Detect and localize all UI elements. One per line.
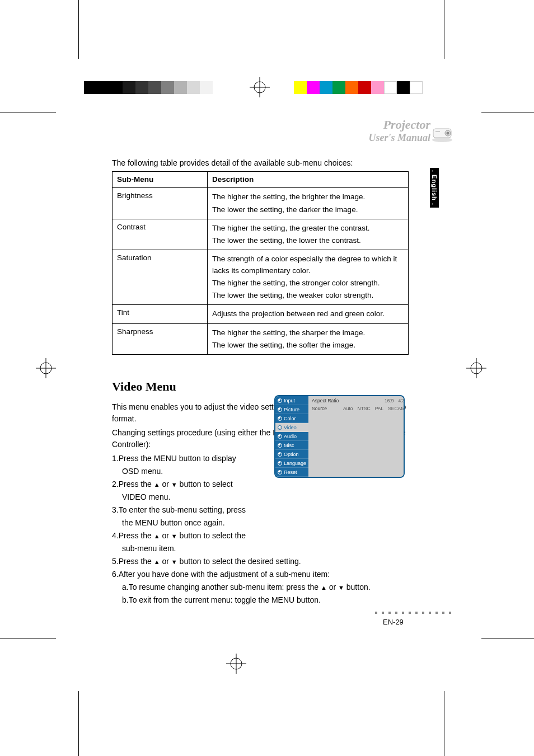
th-submenu: Sub-Menu bbox=[113, 172, 208, 188]
header-title: Projector bbox=[368, 118, 430, 132]
step-6a: a.To resume changing another sub-menu it… bbox=[112, 581, 409, 593]
registration-mark bbox=[36, 358, 56, 378]
cell-desc: The strength of a color especially the d… bbox=[208, 250, 409, 305]
th-description: Description bbox=[208, 172, 409, 188]
crop-mark bbox=[481, 112, 534, 112]
osd-panel-row: Aspect Ratio 16:9 4:3 bbox=[312, 398, 405, 403]
step-6b: b.To exit from the current menu: toggle … bbox=[112, 594, 409, 606]
footer-dots bbox=[375, 612, 451, 614]
step-6: 6.After you have done with the adjustmen… bbox=[112, 569, 409, 580]
step-2: 2.Press the ▲ or ▼ button to select bbox=[112, 478, 274, 490]
crop-mark bbox=[78, 0, 79, 59]
intro-text: The following table provides detail of t… bbox=[112, 157, 409, 169]
table-row: Contrast The higher the setting, the gre… bbox=[113, 219, 409, 250]
step-1: 1.Press the MENU button to display bbox=[112, 453, 274, 464]
osd-menu-item: Reset bbox=[275, 468, 308, 477]
up-arrow-icon: ▲ bbox=[154, 481, 160, 488]
osd-menu-item: Audio bbox=[275, 432, 308, 441]
step-4: 4.Press the ▲ or ▼ button to select the bbox=[112, 530, 274, 542]
osd-menu-item: Input bbox=[275, 396, 308, 405]
table-row: Tint Adjusts the projection between red … bbox=[113, 305, 409, 323]
cell-sub: Contrast bbox=[113, 219, 208, 250]
registration-mark bbox=[466, 358, 486, 378]
cell-sub: Sharpness bbox=[113, 323, 208, 355]
cell-sub: Saturation bbox=[113, 250, 208, 305]
table-row: Sharpness The higher the setting, the sh… bbox=[113, 323, 409, 355]
cell-desc: Adjusts the projection between red and g… bbox=[208, 305, 409, 323]
cell-sub: Tint bbox=[113, 305, 208, 323]
osd-menu-item: Misc bbox=[275, 441, 308, 450]
osd-menu: Input Picture Color Video Audio Misc Opt… bbox=[275, 396, 308, 477]
crop-mark bbox=[481, 638, 534, 638]
crop-mark bbox=[444, 691, 444, 756]
crop-mark bbox=[0, 112, 56, 112]
header-subtitle: User's Manual bbox=[368, 132, 430, 144]
crop-mark bbox=[0, 638, 56, 638]
svg-rect-16 bbox=[435, 131, 440, 132]
table-row: Brightness The higher the setting, the b… bbox=[113, 188, 409, 219]
step-5: 5.Press the ▲ or ▼ button to select the … bbox=[112, 556, 409, 567]
svg-point-15 bbox=[447, 132, 449, 135]
color-swatches bbox=[294, 81, 423, 94]
up-arrow-icon: ▲ bbox=[321, 584, 327, 591]
osd-panel: Aspect Ratio 16:9 4:3 Source Auto NTSC P… bbox=[308, 396, 405, 477]
cell-desc: The higher the setting, the sharper the … bbox=[208, 323, 409, 355]
cell-sub: Brightness bbox=[113, 188, 208, 219]
down-arrow-icon: ▼ bbox=[171, 533, 177, 539]
svg-point-12 bbox=[432, 138, 452, 142]
section-heading: Video Menu bbox=[112, 377, 409, 396]
crop-mark bbox=[78, 691, 79, 756]
step-3: 3.To enter the sub-menu setting, press bbox=[112, 504, 274, 516]
osd-menu-item: Picture bbox=[275, 405, 308, 414]
cell-desc: The higher the setting, the greater the … bbox=[208, 219, 409, 250]
submenu-table: Sub-Menu Description Brightness The high… bbox=[112, 171, 409, 355]
up-arrow-icon: ▲ bbox=[154, 533, 160, 539]
up-arrow-icon: ▲ bbox=[154, 558, 160, 565]
page-number: EN-29 bbox=[383, 618, 404, 626]
crop-mark bbox=[444, 0, 444, 59]
down-arrow-icon: ▼ bbox=[171, 481, 177, 488]
grayscale-swatches bbox=[84, 81, 213, 94]
osd-menu-item: Language bbox=[275, 459, 308, 468]
registration-mark bbox=[226, 654, 246, 674]
osd-menu-item: Color bbox=[275, 414, 308, 423]
language-tab: . English . bbox=[430, 168, 439, 208]
osd-screenshot: Input Picture Color Video Audio Misc Opt… bbox=[274, 395, 405, 478]
registration-mark bbox=[250, 77, 270, 97]
osd-menu-item-selected: Video bbox=[275, 423, 308, 432]
cell-desc: The higher the setting, the brighter the… bbox=[208, 188, 409, 219]
projector-icon bbox=[429, 119, 456, 145]
page-content: The following table provides detail of t… bbox=[112, 157, 409, 607]
osd-panel-row: Source Auto NTSC PAL SECAM bbox=[312, 406, 405, 411]
document-header: Projector User's Manual bbox=[368, 118, 430, 144]
down-arrow-icon: ▼ bbox=[338, 584, 344, 591]
down-arrow-icon: ▼ bbox=[171, 558, 177, 565]
table-row: Saturation The strength of a color espec… bbox=[113, 250, 409, 305]
osd-menu-item: Option bbox=[275, 450, 308, 459]
